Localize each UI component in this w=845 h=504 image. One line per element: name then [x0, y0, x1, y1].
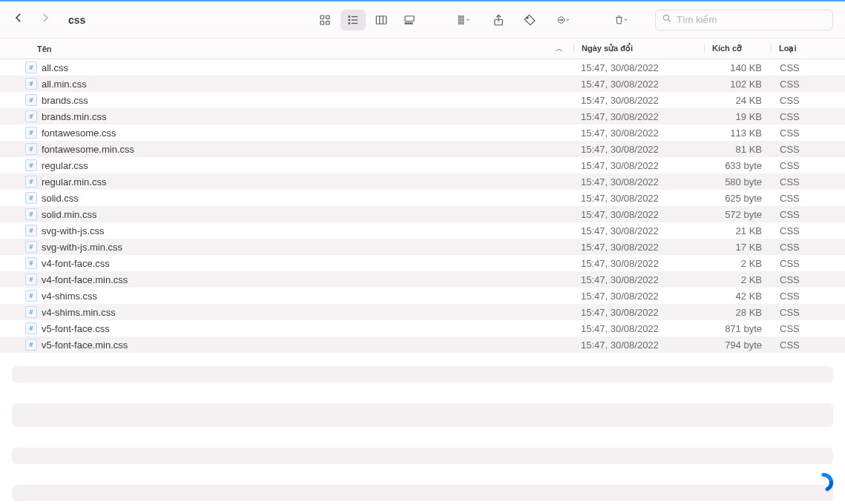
file-size-cell: 140 KB: [704, 62, 771, 73]
file-size-cell: 28 KB: [704, 307, 771, 318]
file-row[interactable]: ▸#fontawesome.min.css15:47, 30/08/202281…: [0, 141, 845, 157]
svg-rect-19: [458, 22, 460, 24]
svg-rect-3: [326, 21, 330, 24]
forward-button[interactable]: [39, 11, 52, 28]
file-name-label: brands.min.css: [42, 111, 106, 122]
file-size-cell: 17 KB: [704, 242, 771, 253]
file-list[interactable]: ▸#all.css15:47, 30/08/2022140 KBCSS▸#all…: [0, 59, 845, 360]
file-row[interactable]: ▸#v4-font-face.css15:47, 30/08/20222 KBC…: [0, 255, 845, 271]
css-file-icon: #: [25, 322, 37, 334]
file-kind-cell: CSS: [771, 111, 845, 122]
svg-point-8: [349, 22, 350, 24]
svg-point-27: [561, 19, 562, 20]
file-row[interactable]: ▸#svg-with-js.min.css15:47, 30/08/202217…: [0, 239, 845, 255]
file-name-cell: ▸#solid.min.css: [0, 208, 573, 220]
file-row[interactable]: ▸#v4-shims.min.css15:47, 30/08/202228 KB…: [0, 304, 845, 320]
disclosure-icon: ▸: [13, 176, 21, 188]
file-row[interactable]: ▸#solid.min.css15:47, 30/08/2022572 byte…: [0, 206, 845, 222]
file-size-cell: 580 byte: [704, 176, 771, 188]
css-file-icon: #: [25, 176, 37, 188]
file-date-cell: 15:47, 30/08/2022: [573, 79, 704, 90]
file-name-label: v5-font-face.min.css: [42, 339, 128, 351]
file-size-cell: 572 byte: [704, 209, 771, 220]
file-row[interactable]: ▸#v4-shims.css15:47, 30/08/202242 KBCSS: [0, 288, 845, 304]
nav-arrows: [12, 11, 52, 28]
corner-logo-icon: [812, 471, 835, 494]
file-name-cell: ▸#brands.min.css: [0, 110, 573, 122]
column-date-label: Ngày sửa đổi: [582, 44, 633, 53]
svg-point-6: [349, 19, 350, 21]
icon-view-button[interactable]: [312, 10, 338, 30]
file-name-cell: ▸#v4-font-face.min.css: [0, 273, 573, 285]
file-kind-cell: CSS: [771, 242, 845, 253]
file-row[interactable]: ▸#all.min.css15:47, 30/08/2022102 KBCSS: [0, 76, 845, 92]
disclosure-icon: ▸: [13, 144, 21, 155]
file-kind-cell: CSS: [771, 144, 845, 155]
column-headers: Tên ︿ Ngày sửa đổi Kích cỡ Loại: [0, 39, 845, 59]
file-row[interactable]: ▸#all.css15:47, 30/08/2022140 KBCSS: [0, 59, 845, 76]
file-name-label: regular.css: [42, 160, 88, 171]
file-name-cell: ▸#v5-font-face.css: [0, 322, 573, 334]
column-kind-label: Loại: [779, 44, 797, 53]
finder-window: css: [0, 1, 845, 504]
file-date-cell: 15:47, 30/08/2022: [573, 127, 704, 139]
svg-point-4: [349, 16, 350, 17]
column-kind[interactable]: Loại: [771, 44, 845, 53]
svg-point-26: [559, 19, 560, 20]
column-view-button[interactable]: [369, 10, 394, 30]
column-size[interactable]: Kích cỡ: [704, 44, 771, 53]
file-kind-cell: CSS: [771, 307, 845, 318]
action-menu-button[interactable]: [548, 10, 579, 30]
file-name-label: v4-font-face.css: [42, 258, 110, 269]
share-button[interactable]: [486, 10, 511, 30]
file-name-label: v4-shims.min.css: [42, 307, 116, 318]
css-file-icon: #: [25, 110, 37, 122]
file-size-cell: 19 KB: [704, 111, 771, 122]
file-row[interactable]: ▸#v5-font-face.css15:47, 30/08/2022871 b…: [0, 320, 845, 336]
trash-menu-button[interactable]: [606, 10, 637, 30]
file-row[interactable]: ▸#solid.css15:47, 30/08/2022625 byteCSS: [0, 190, 845, 206]
disclosure-icon: ▸: [13, 339, 21, 351]
svg-rect-18: [458, 19, 460, 20]
disclosure-icon: ▸: [13, 127, 21, 139]
placeholder-bar: [12, 485, 833, 501]
back-button[interactable]: [12, 11, 25, 28]
disclosure-icon: ▸: [13, 307, 21, 318]
file-date-cell: 15:47, 30/08/2022: [573, 111, 704, 122]
file-kind-cell: CSS: [771, 176, 845, 188]
file-kind-cell: CSS: [771, 160, 845, 171]
file-name-cell: ▸#svg-with-js.css: [0, 225, 573, 236]
file-date-cell: 15:47, 30/08/2022: [573, 323, 704, 334]
file-row[interactable]: ▸#brands.min.css15:47, 30/08/202219 KBCS…: [0, 108, 845, 125]
file-row[interactable]: ▸#svg-with-js.css15:47, 30/08/202221 KBC…: [0, 222, 845, 239]
file-kind-cell: CSS: [771, 339, 845, 351]
file-name-cell: ▸#regular.min.css: [0, 176, 573, 188]
column-name[interactable]: Tên ︿: [0, 44, 573, 54]
search-box[interactable]: [655, 10, 833, 30]
file-size-cell: 21 KB: [704, 225, 771, 236]
file-kind-cell: CSS: [771, 79, 845, 90]
file-kind-cell: CSS: [771, 323, 845, 334]
search-input[interactable]: [677, 14, 826, 25]
file-name-cell: ▸#all.min.css: [0, 78, 573, 90]
file-row[interactable]: ▸#regular.css15:47, 30/08/2022633 byteCS…: [0, 157, 845, 173]
tags-button[interactable]: [517, 10, 542, 30]
file-kind-cell: CSS: [771, 127, 845, 139]
disclosure-icon: ▸: [13, 291, 21, 302]
file-name-cell: ▸#all.css: [0, 62, 573, 73]
breadcrumb[interactable]: css: [68, 14, 85, 26]
css-file-icon: #: [25, 339, 37, 351]
file-row[interactable]: ▸#v4-font-face.min.css15:47, 30/08/20222…: [0, 271, 845, 288]
file-row[interactable]: ▸#fontawesome.css15:47, 30/08/2022113 KB…: [0, 125, 845, 141]
group-by-button[interactable]: [449, 10, 480, 30]
file-row[interactable]: ▸#brands.css15:47, 30/08/202224 KBCSS: [0, 92, 845, 108]
svg-rect-17: [458, 16, 460, 17]
search-icon: [662, 13, 672, 26]
file-row[interactable]: ▸#v5-font-face.min.css15:47, 30/08/20227…: [0, 336, 845, 353]
column-date[interactable]: Ngày sửa đổi: [573, 44, 704, 53]
list-view-button[interactable]: [341, 10, 366, 30]
file-name-cell: ▸#fontawesome.min.css: [0, 143, 573, 155]
gallery-view-button[interactable]: [397, 10, 422, 30]
svg-rect-13: [405, 16, 414, 21]
file-row[interactable]: ▸#regular.min.css15:47, 30/08/2022580 by…: [0, 173, 845, 190]
